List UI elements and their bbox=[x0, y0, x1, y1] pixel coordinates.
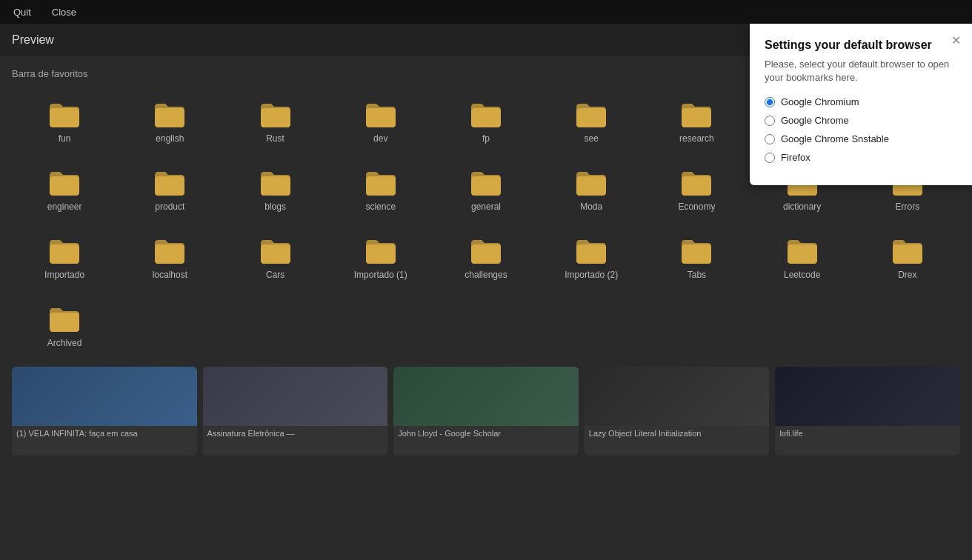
bookmark-card[interactable]: Lazy Object Literal Initialization bbox=[585, 367, 770, 456]
folder-item[interactable]: fp bbox=[433, 88, 539, 156]
topbar: Quit Close bbox=[0, 0, 972, 24]
folder-item[interactable]: engineer bbox=[12, 156, 117, 224]
folder-item[interactable]: Tabs bbox=[644, 224, 749, 293]
folder-label: Rust bbox=[266, 133, 284, 144]
folder-icon bbox=[575, 101, 608, 129]
folder-label: Moda bbox=[580, 201, 602, 212]
folder-icon bbox=[48, 101, 81, 129]
folder-icon bbox=[680, 101, 713, 129]
card-title: John Lloyd - Google Scholar bbox=[393, 426, 579, 441]
close-button[interactable]: Close bbox=[47, 5, 81, 19]
radio-label-chrome-stable: Google Chrome Snstable bbox=[781, 133, 889, 144]
folder-item[interactable]: blogs bbox=[222, 156, 327, 224]
folder-item[interactable]: research bbox=[644, 88, 749, 156]
radio-label-chrome: Google Chrome bbox=[781, 115, 849, 126]
bookmark-card[interactable]: (1) VELA INFINITA: faça em casa bbox=[12, 367, 197, 456]
folder-item[interactable]: Leetcode bbox=[750, 224, 855, 293]
radio-input-firefox[interactable] bbox=[765, 153, 775, 163]
bookmark-card[interactable]: lofi.life bbox=[775, 367, 960, 456]
bookmarks-row: (1) VELA INFINITA: faça em casa Assinatu… bbox=[12, 367, 960, 456]
folder-item[interactable]: english bbox=[117, 88, 222, 156]
radio-option-chrome[interactable]: Google Chrome bbox=[765, 115, 957, 126]
card-preview bbox=[775, 367, 960, 426]
folder-item[interactable]: Drex bbox=[855, 224, 960, 293]
radio-options-container: Google Chromium Google Chrome Google Chr… bbox=[765, 96, 957, 163]
folder-label: dev bbox=[373, 133, 387, 144]
folder-item[interactable]: Rust bbox=[222, 88, 327, 156]
folder-icon bbox=[470, 237, 502, 265]
folder-icon bbox=[891, 237, 924, 265]
folder-icon bbox=[680, 237, 713, 265]
folder-icon bbox=[575, 237, 608, 265]
bookmark-card[interactable]: John Lloyd - Google Scholar bbox=[393, 367, 579, 456]
folder-icon bbox=[259, 237, 292, 265]
folder-icon bbox=[153, 169, 186, 197]
folder-icon bbox=[470, 101, 502, 129]
folder-icon bbox=[153, 101, 186, 129]
radio-option-firefox[interactable]: Firefox bbox=[765, 152, 957, 163]
folder-label: dictionary bbox=[783, 201, 821, 212]
folder-label: fun bbox=[59, 133, 71, 144]
folder-label: engineer bbox=[47, 201, 82, 212]
folder-item[interactable]: general bbox=[433, 156, 539, 224]
radio-input-chrome[interactable] bbox=[765, 116, 775, 126]
folder-label: Errors bbox=[896, 201, 920, 212]
folder-label: blogs bbox=[264, 201, 286, 212]
folder-label: Importado (1) bbox=[354, 270, 407, 280]
card-title: Assinatura Eletrônica — bbox=[203, 426, 388, 441]
folder-item[interactable]: Archived bbox=[12, 293, 117, 361]
folder-label: research bbox=[679, 133, 714, 144]
folder-icon bbox=[680, 169, 713, 197]
page-title: Preview bbox=[12, 33, 54, 47]
folder-label: Cars bbox=[266, 270, 284, 280]
folder-label: Archived bbox=[47, 338, 82, 348]
card-title: Lazy Object Literal Initialization bbox=[585, 426, 770, 441]
folder-label: fp bbox=[482, 133, 490, 144]
folder-icon bbox=[153, 237, 186, 265]
folder-item[interactable]: Moda bbox=[539, 156, 644, 224]
popup-close-button[interactable]: ✕ bbox=[947, 31, 965, 49]
radio-label-chromium: Google Chromium bbox=[781, 96, 859, 107]
folder-label: Drex bbox=[898, 270, 916, 280]
radio-input-chrome-stable[interactable] bbox=[765, 134, 775, 144]
folder-item[interactable]: Importado bbox=[12, 224, 117, 293]
folder-label: localhost bbox=[153, 270, 187, 280]
folder-label: Tabs bbox=[688, 270, 706, 280]
folder-label: Importado (2) bbox=[565, 270, 618, 280]
radio-input-chromium[interactable] bbox=[765, 97, 775, 107]
folder-item[interactable]: localhost bbox=[117, 224, 222, 293]
card-preview bbox=[12, 367, 197, 426]
folder-label: challenges bbox=[465, 270, 507, 280]
folder-item[interactable]: product bbox=[117, 156, 222, 224]
folder-item[interactable]: challenges bbox=[433, 224, 539, 293]
folder-item[interactable]: fun bbox=[12, 88, 117, 156]
card-title: lofi.life bbox=[775, 426, 960, 441]
folder-label: Economy bbox=[678, 201, 715, 212]
folder-item[interactable]: Importado (2) bbox=[539, 224, 644, 293]
folder-item[interactable]: Economy bbox=[644, 156, 749, 224]
folder-icon bbox=[364, 169, 397, 197]
folder-item[interactable]: Importado (1) bbox=[328, 224, 433, 293]
folder-item[interactable]: science bbox=[328, 156, 433, 224]
folder-label: english bbox=[156, 133, 184, 144]
quit-button[interactable]: Quit bbox=[9, 5, 36, 19]
bookmark-card[interactable]: Assinatura Eletrônica — bbox=[203, 367, 388, 456]
popup-description: Please, select your default browser to o… bbox=[765, 58, 957, 84]
folder-label: general bbox=[471, 201, 501, 212]
folder-item[interactable]: see bbox=[539, 88, 644, 156]
popup-title: Settings your default browser bbox=[765, 39, 957, 52]
folder-icon bbox=[259, 101, 292, 129]
folder-label: science bbox=[365, 201, 396, 212]
settings-popup: ✕ Settings your default browser Please, … bbox=[750, 24, 972, 185]
folder-icon bbox=[259, 169, 292, 197]
radio-option-chromium[interactable]: Google Chromium bbox=[765, 96, 957, 107]
folder-item[interactable]: dev bbox=[328, 88, 433, 156]
folder-label: Importado bbox=[44, 270, 84, 280]
radio-label-firefox: Firefox bbox=[781, 152, 810, 163]
card-preview bbox=[585, 367, 770, 426]
folder-icon bbox=[786, 237, 819, 265]
folder-icon bbox=[364, 101, 397, 129]
folder-item[interactable]: Cars bbox=[222, 224, 327, 293]
folder-icon bbox=[48, 237, 81, 265]
radio-option-chrome-stable[interactable]: Google Chrome Snstable bbox=[765, 133, 957, 144]
